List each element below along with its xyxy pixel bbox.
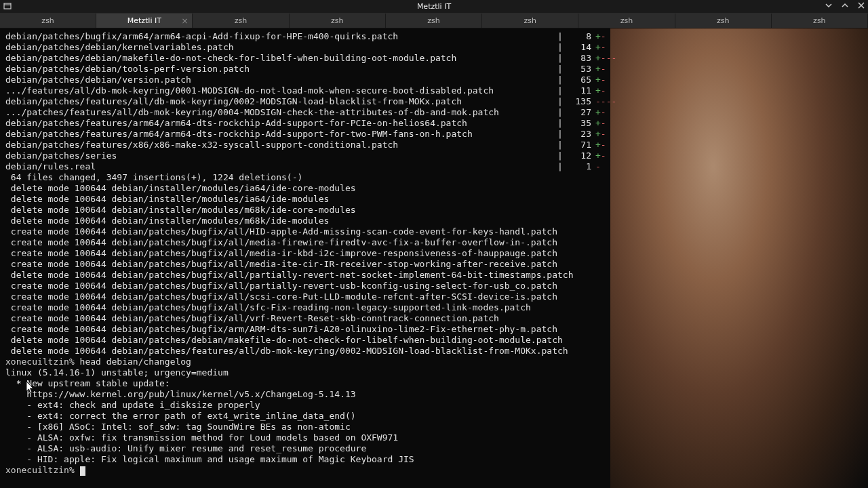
- terminal-line: - [x86] ASoC: Intel: sof_sdw: tag SoundW…: [5, 422, 863, 432]
- terminal-line: debian/patches/series|12+-: [5, 150, 863, 161]
- terminal-line: debian/patches/features/arm64/arm64-dts-…: [5, 118, 863, 129]
- terminal-line: - ext4: correct the error path of ext4_w…: [5, 411, 863, 422]
- terminal-line: create mode 100644 debian/patches/bugfix…: [5, 237, 863, 248]
- terminal-line: create mode 100644 debian/patches/bugfix…: [5, 313, 863, 324]
- terminal-line: - HID: apple: Fix logical maximum and us…: [5, 454, 863, 465]
- maximize-button[interactable]: [841, 1, 849, 9]
- minimize-button[interactable]: [825, 1, 833, 9]
- terminal-line: .../features/all/db-mok-keyring/0001-MOD…: [5, 85, 863, 96]
- terminal-line: 64 files changed, 3497 insertions(+), 12…: [5, 172, 863, 183]
- terminal-line: create mode 100644 debian/patches/bugfix…: [5, 281, 863, 291]
- tab[interactable]: zsh: [578, 14, 675, 28]
- tab-label: zsh: [41, 16, 54, 25]
- terminal-line: * New upstream stable update:: [5, 378, 863, 389]
- tab-bar: zshMetztli IT×zshzshzshzshzshzshzsh: [0, 14, 868, 28]
- tab[interactable]: zsh: [193, 14, 289, 28]
- tab[interactable]: zsh: [290, 14, 386, 28]
- tab[interactable]: zsh: [386, 14, 482, 28]
- terminal-line: delete mode 100644 debian/patches/featur…: [5, 346, 863, 357]
- tab-label: Metztli IT: [127, 16, 161, 25]
- terminal-line: debian/patches/debian/makefile-do-not-ch…: [5, 53, 863, 64]
- tab-label: zsh: [620, 16, 633, 25]
- terminal-line: .../patches/features/all/db-mok-keyring/…: [5, 107, 863, 118]
- app-menu-icon[interactable]: [3, 1, 12, 11]
- terminal-line: debian/patches/features/arm64/arm64-dts-…: [5, 129, 863, 140]
- terminal-line: xonecuiltzin%: [5, 465, 863, 476]
- terminal-line: delete mode 100644 debian/patches/bugfix…: [5, 270, 863, 281]
- terminal-line: delete mode 100644 debian/installer/modu…: [5, 183, 863, 194]
- terminal-line: create mode 100644 debian/patches/bugfix…: [5, 291, 863, 302]
- window-titlebar: Metztli IT: [0, 0, 868, 14]
- terminal-line: - ALSA: usb-audio: Unify mixer resume an…: [5, 443, 863, 454]
- terminal-line: delete mode 100644 debian/installer/modu…: [5, 216, 863, 226]
- terminal-line: debian/patches/features/all/db-mok-keyri…: [5, 96, 863, 107]
- tab[interactable]: zsh: [0, 14, 96, 28]
- terminal-line: - ALSA: oxfw: fix transmission method fo…: [5, 432, 863, 443]
- tab-label: zsh: [331, 16, 343, 25]
- tab[interactable]: zsh: [675, 14, 772, 28]
- tab-label: zsh: [813, 16, 825, 25]
- tab-label: zsh: [717, 16, 729, 25]
- tab-label: zsh: [235, 16, 247, 25]
- tab-label: zsh: [524, 16, 536, 25]
- terminal-line: create mode 100644 debian/patches/bugfix…: [5, 248, 863, 259]
- terminal-line: linux (5.14.16-1) unstable; urgency=medi…: [5, 367, 863, 378]
- terminal-line: create mode 100644 debian/patches/bugfix…: [5, 259, 863, 270]
- tab-active[interactable]: Metztli IT×: [96, 14, 193, 28]
- terminal-line: delete mode 100644 debian/installer/modu…: [5, 194, 863, 205]
- tab[interactable]: zsh: [772, 14, 868, 28]
- terminal-line: debian/patches/bugfix/arm64/arm64-acpi-A…: [5, 31, 863, 42]
- close-button[interactable]: [857, 1, 865, 9]
- tab[interactable]: zsh: [482, 14, 578, 28]
- terminal-line: https://www.kernel.org/pub/linux/kernel/…: [5, 389, 863, 400]
- terminal-line: delete mode 100644 debian/patches/debian…: [5, 335, 863, 346]
- terminal-line: create mode 100644 debian/patches/bugfix…: [5, 324, 863, 335]
- terminal-line: debian/patches/debian/version.patch|65+-: [5, 75, 863, 85]
- terminal-line: create mode 100644 debian/patches/bugfix…: [5, 302, 863, 313]
- terminal-line: - ext4: check and update i_disksize prop…: [5, 400, 863, 411]
- tab-label: zsh: [427, 16, 439, 25]
- terminal-cursor: [80, 466, 85, 476]
- terminal-line: debian/patches/features/x86/x86-make-x32…: [5, 140, 863, 150]
- window-title: Metztli IT: [417, 2, 451, 11]
- terminal-line: xonecuiltzin% head debian/changelog: [5, 357, 863, 367]
- terminal-line: debian/rules.real|1-: [5, 161, 863, 172]
- terminal-line: delete mode 100644 debian/installer/modu…: [5, 205, 863, 216]
- terminal-line: create mode 100644 debian/patches/bugfix…: [5, 226, 863, 237]
- tab-close-icon[interactable]: ×: [181, 16, 188, 26]
- terminal-line: debian/patches/debian/kernelvariables.pa…: [5, 42, 863, 53]
- terminal-line: debian/patches/debian/tools-perf-version…: [5, 64, 863, 75]
- svg-rect-0: [4, 3, 11, 9]
- terminal-output[interactable]: debian/patches/bugfix/arm64/arm64-acpi-A…: [0, 28, 868, 479]
